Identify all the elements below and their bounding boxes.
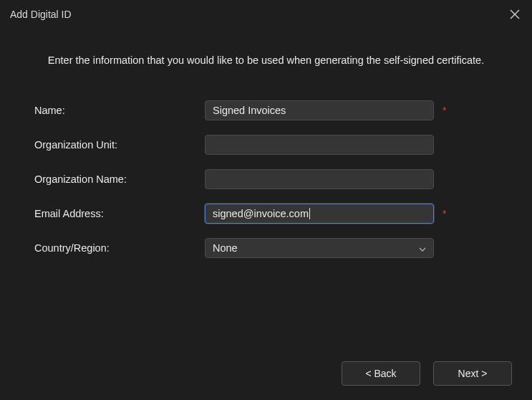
close-button[interactable]: [508, 7, 522, 22]
label-org-unit: Organization Unit:: [34, 139, 205, 151]
row-country: Country/Region: None: [34, 238, 498, 258]
text-caret: [309, 208, 310, 219]
email-input[interactable]: signed@invoice.com: [205, 204, 434, 224]
dialog-content: Enter the information that you would lik…: [0, 27, 532, 353]
input-wrap-org-name: [205, 169, 498, 189]
org-name-input[interactable]: [205, 169, 434, 189]
required-mark: *: [442, 105, 446, 116]
input-wrap-name: *: [205, 100, 498, 120]
label-country: Country/Region:: [34, 242, 205, 254]
input-wrap-email: signed@invoice.com *: [205, 204, 498, 224]
dialog-window: Add Digital ID Enter the information tha…: [0, 0, 532, 400]
row-name: Name: *: [34, 100, 498, 120]
email-input-value: signed@invoice.com: [213, 208, 309, 219]
country-select-value: None: [213, 242, 238, 254]
label-org-name: Organization Name:: [34, 173, 205, 185]
row-email: Email Address: signed@invoice.com *: [34, 204, 498, 224]
label-email: Email Address:: [34, 208, 205, 219]
titlebar: Add Digital ID: [0, 0, 532, 27]
required-mark: *: [442, 208, 446, 219]
label-name: Name:: [34, 105, 205, 116]
back-button[interactable]: < Back: [342, 361, 420, 386]
chevron-down-icon: [419, 242, 426, 254]
org-unit-input[interactable]: [205, 135, 434, 155]
window-title: Add Digital ID: [10, 9, 72, 20]
row-org-name: Organization Name:: [34, 169, 498, 189]
name-input[interactable]: [205, 100, 434, 120]
next-button[interactable]: Next >: [433, 361, 512, 386]
input-wrap-country: None: [205, 238, 498, 258]
dialog-footer: < Back Next >: [0, 353, 532, 400]
input-wrap-org-unit: [205, 135, 498, 155]
row-org-unit: Organization Unit:: [34, 135, 498, 155]
country-select[interactable]: None: [205, 238, 434, 258]
instruction-text: Enter the information that you would lik…: [21, 40, 511, 100]
close-icon: [510, 9, 520, 19]
form: Name: * Organization Unit: Organization …: [21, 100, 511, 272]
